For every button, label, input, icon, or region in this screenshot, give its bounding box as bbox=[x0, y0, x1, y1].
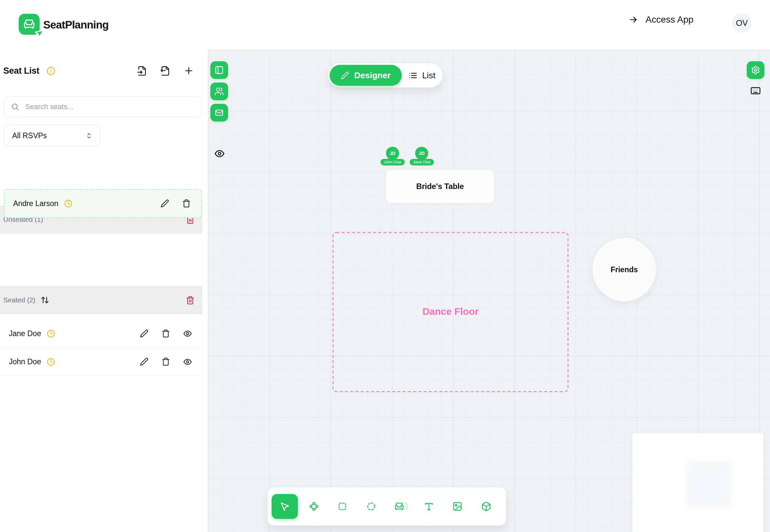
access-app-link[interactable]: Access App bbox=[628, 14, 693, 25]
dance-floor-label: Dance Floor bbox=[333, 306, 568, 317]
access-app-label: Access App bbox=[645, 14, 693, 25]
tab-designer[interactable]: Designer bbox=[330, 65, 402, 86]
delete-seat-button[interactable] bbox=[182, 199, 191, 208]
chevrons-up-down-icon bbox=[85, 132, 93, 140]
image-tool-button[interactable] bbox=[452, 502, 463, 512]
info-icon[interactable] bbox=[47, 67, 55, 75]
gear-icon bbox=[751, 66, 760, 75]
seat-avatar: JD bbox=[386, 147, 399, 160]
seat-list-sidebar: Seat List All RSVPs bbox=[0, 50, 208, 532]
search-input[interactable] bbox=[25, 103, 195, 111]
import-seats-button[interactable] bbox=[137, 66, 147, 76]
guests-button[interactable] bbox=[210, 83, 228, 100]
seat-item-andre-larson[interactable]: Andre Larson bbox=[4, 189, 202, 218]
eye-icon bbox=[214, 148, 225, 159]
export-seats-button[interactable] bbox=[160, 66, 170, 76]
seat-name: Andre Larson bbox=[13, 199, 58, 208]
preview-ghost bbox=[686, 461, 731, 507]
mail-icon bbox=[215, 108, 224, 117]
user-avatar[interactable]: OV bbox=[732, 13, 752, 33]
sort-seated-button[interactable] bbox=[41, 296, 49, 304]
seat-name: John Doe bbox=[9, 357, 41, 366]
tab-list[interactable]: List bbox=[402, 63, 442, 87]
edit-seat-button[interactable] bbox=[140, 329, 148, 338]
edit-seat-button[interactable] bbox=[140, 357, 148, 366]
rect-zone-tool-button[interactable] bbox=[337, 502, 347, 511]
seat-item-john-doe[interactable]: John Doe bbox=[0, 348, 202, 376]
view-mode-toggle: Designer List bbox=[328, 63, 442, 87]
delete-seat-button[interactable] bbox=[162, 357, 170, 366]
clock-icon bbox=[47, 330, 55, 338]
dashed-rect-icon bbox=[337, 502, 347, 511]
visibility-toggle-button[interactable] bbox=[214, 148, 225, 159]
text-tool-button[interactable] bbox=[424, 502, 434, 512]
floor-plan-canvas[interactable]: Designer List JD John Doe JD Jane Doe Br… bbox=[208, 50, 770, 532]
seat-item-jane-doe[interactable]: Jane Doe bbox=[0, 320, 202, 348]
text-icon bbox=[424, 502, 434, 512]
design-tool-palette bbox=[268, 487, 506, 525]
search-icon bbox=[11, 103, 19, 111]
circle-zone-tool-button[interactable] bbox=[366, 502, 376, 511]
table-label: Bride's Table bbox=[416, 182, 464, 191]
app-title: SeatPlanning bbox=[43, 19, 108, 31]
add-seat-button[interactable] bbox=[183, 66, 194, 76]
table-seats-icon bbox=[309, 502, 319, 512]
mouse-pointer-icon bbox=[279, 501, 290, 512]
section-header-seated: Seated (2) bbox=[0, 286, 202, 314]
delete-seated-button[interactable] bbox=[186, 296, 195, 305]
rsvp-filter-value: All RSVPs bbox=[12, 131, 47, 140]
seat-list-title: Seat List bbox=[3, 66, 39, 76]
object-3d-tool-button[interactable] bbox=[481, 502, 491, 512]
seat-name: Jane Doe bbox=[9, 329, 41, 338]
preview-panel bbox=[632, 433, 763, 532]
brides-table-object[interactable]: Bride's Table bbox=[386, 170, 494, 203]
table-tool-button[interactable] bbox=[309, 502, 319, 512]
keyboard-icon bbox=[750, 85, 761, 96]
arrow-right-icon bbox=[628, 15, 638, 25]
top-header: SeatPlanning Access App OV bbox=[0, 0, 770, 50]
seat-tool-button[interactable] bbox=[394, 502, 409, 512]
dashed-ellipse-icon bbox=[366, 502, 376, 511]
seat-search bbox=[4, 96, 202, 117]
panel-left-icon bbox=[215, 66, 224, 75]
cube-icon bbox=[481, 502, 491, 512]
select-tool-button[interactable] bbox=[272, 494, 298, 519]
image-icon bbox=[452, 502, 463, 512]
clock-icon bbox=[47, 358, 55, 366]
locate-seat-eye-button[interactable] bbox=[183, 329, 192, 338]
delete-seat-button[interactable] bbox=[162, 329, 170, 338]
friends-table-label: Friends bbox=[610, 265, 638, 274]
left-rail bbox=[210, 61, 228, 122]
seat-name-tag: John Doe bbox=[380, 159, 405, 165]
armchair-icon bbox=[394, 502, 404, 512]
seat-name-tag: Jane Doe bbox=[410, 159, 434, 165]
list-label: List bbox=[422, 70, 435, 81]
locate-seat-eye-button[interactable] bbox=[183, 357, 192, 366]
seatplanning-app: SeatPlanning Access App OV Seat List bbox=[0, 0, 770, 532]
pencil-icon bbox=[341, 71, 349, 80]
clock-icon bbox=[64, 199, 72, 208]
edit-seat-button[interactable] bbox=[161, 199, 169, 208]
settings-button[interactable] bbox=[747, 61, 764, 79]
seat-list-header: Seat List bbox=[0, 62, 202, 80]
users-icon bbox=[215, 87, 224, 96]
friends-table-object[interactable]: Friends bbox=[592, 238, 656, 301]
app-logo bbox=[19, 14, 40, 35]
dance-floor-object[interactable]: Dance Floor bbox=[333, 232, 568, 392]
invites-button[interactable] bbox=[210, 104, 228, 122]
list-icon bbox=[409, 71, 417, 80]
keyboard-shortcuts-button[interactable] bbox=[750, 85, 761, 96]
section-label: Seated (2) bbox=[3, 296, 35, 304]
designer-label: Designer bbox=[354, 70, 391, 81]
seat-avatar: JD bbox=[415, 147, 428, 160]
rsvp-filter-select[interactable]: All RSVPs bbox=[4, 125, 100, 146]
toggle-sidebar-button[interactable] bbox=[210, 61, 228, 79]
